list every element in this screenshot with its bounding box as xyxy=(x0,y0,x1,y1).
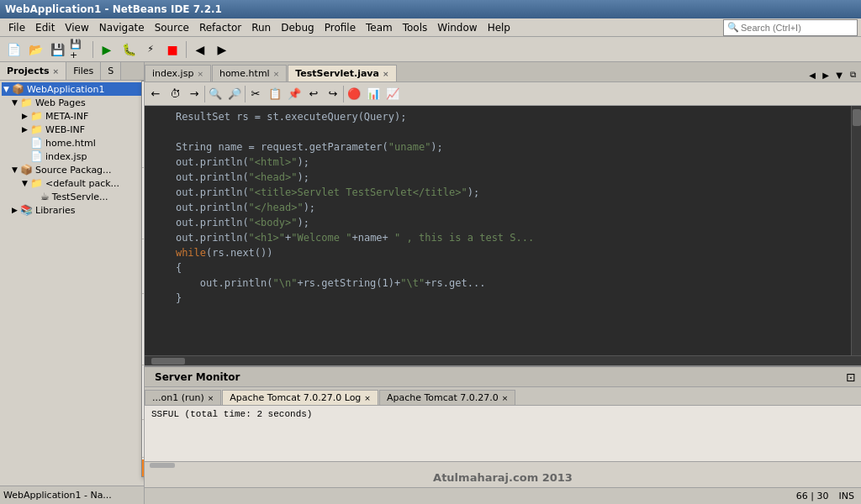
code-editor[interactable]: ResultSet rs = st.executeQuery(Query); S… xyxy=(145,106,851,355)
save-button[interactable]: 💾 xyxy=(47,40,67,59)
close-indexjsp[interactable]: × xyxy=(197,70,203,78)
ed-zoom-in[interactable]: 🔍 xyxy=(206,85,224,103)
left-status-text: WebApplication1 - Na... xyxy=(3,490,112,501)
profile-button[interactable]: ⚡ xyxy=(140,40,161,59)
ctx-properties[interactable]: Properties ↗ xyxy=(142,459,145,476)
close-tomcat-log-tab[interactable]: × xyxy=(364,394,371,402)
new-file-button[interactable]: 📄 xyxy=(3,40,24,59)
ctx-versioning[interactable]: Versioning ▶ xyxy=(142,422,145,438)
menu-tools[interactable]: Tools xyxy=(398,20,433,35)
code-line-3: String name = request.getParameter("unam… xyxy=(151,139,844,155)
output-hscrollbar[interactable] xyxy=(145,461,861,468)
project-tree[interactable]: ▼ 📦 WebApplication1 ▼ 📁 Web Pages ▶ 📁 ME… xyxy=(0,81,144,486)
output-text: SSFUL (total time: 2 seconds) xyxy=(151,409,312,419)
back-button[interactable]: ◀ xyxy=(190,40,210,59)
bottom-panel-close[interactable]: ⊡ xyxy=(846,370,861,384)
ed-back[interactable]: ← xyxy=(146,85,165,103)
ed-zoom-out[interactable]: 🔎 xyxy=(225,85,244,103)
menu-profile[interactable]: Profile xyxy=(320,20,361,35)
tab-nav-left[interactable]: ◀ xyxy=(806,68,819,81)
debug-button[interactable]: 🐛 xyxy=(119,40,139,59)
tree-root[interactable]: ▼ 📦 WebApplication1 xyxy=(2,82,142,96)
ed-toggle-bp[interactable]: 🔴 xyxy=(345,85,363,103)
output-scrollbar-thumb[interactable] xyxy=(150,463,175,468)
search-input[interactable] xyxy=(741,23,842,33)
ed-history[interactable]: ⏱ xyxy=(166,85,184,103)
tab-projects[interactable]: Projects × xyxy=(0,62,66,80)
html-icon: 📄 xyxy=(30,137,43,149)
editor-toolbar: ← ⏱ → 🔍 🔎 ✂ 📋 📌 ↩ ↪ 🔴 📊 📈 xyxy=(145,82,861,106)
code-line-12: out.println("\n"+rs.getString(1)+"\t"+rs… xyxy=(151,276,844,291)
run-button[interactable]: ▶ xyxy=(97,40,117,59)
tab-testservlet[interactable]: TestServlet.java × xyxy=(288,65,396,81)
code-line-9: out.println("<h1>"+"Welcome "+name+ " , … xyxy=(151,230,844,245)
tree-sourcepkg[interactable]: ▼ 📦 Source Packag... xyxy=(2,163,142,176)
menu-window[interactable]: Window xyxy=(432,20,482,35)
ed-redo[interactable]: ↪ xyxy=(324,85,342,103)
tree-webinf[interactable]: ▶ 📁 WEB-INF xyxy=(2,123,142,136)
ed-forward[interactable]: → xyxy=(185,85,203,103)
srcpkg-icon: 📦 xyxy=(20,164,33,176)
close-run-tab[interactable]: × xyxy=(208,394,214,402)
menu-file[interactable]: File xyxy=(3,20,30,35)
menu-debug[interactable]: Debug xyxy=(276,20,319,35)
output-tab-tomcat-log[interactable]: Apache Tomcat 7.0.27.0 Log × xyxy=(222,390,378,405)
scrollbar-thumb[interactable] xyxy=(853,109,861,126)
tree-indexjsp[interactable]: 📄 index.jsp xyxy=(2,150,142,163)
save-all-button[interactable]: 💾+ xyxy=(69,40,89,59)
menu-run[interactable]: Run xyxy=(246,20,276,35)
tab-files[interactable]: Files xyxy=(66,62,101,80)
ed-copy[interactable]: 📋 xyxy=(266,85,284,103)
stop-button[interactable]: ■ xyxy=(162,40,182,59)
ed-paste[interactable]: 📌 xyxy=(285,85,304,103)
tree-webpages[interactable]: ▼ 📁 Web Pages xyxy=(2,96,142,109)
editor-scrollbar[interactable] xyxy=(851,106,861,355)
menu-team[interactable]: Team xyxy=(361,20,398,35)
menu-help[interactable]: Help xyxy=(483,20,515,35)
tree-webpages-label: Web Pages xyxy=(35,97,86,108)
output-tab-tomcat[interactable]: Apache Tomcat 7.0.27.0 × xyxy=(379,390,515,405)
bottom-panel: Server Monitor ⊡ ...on1 (run) × Apache T… xyxy=(145,365,861,487)
tab-nav-menu[interactable]: ▼ xyxy=(832,68,846,81)
output-tab-run[interactable]: ...on1 (run) × xyxy=(145,390,221,405)
arrow-defaultpkg: ▼ xyxy=(22,179,30,187)
tree-libraries[interactable]: ▶ 📚 Libraries xyxy=(2,203,142,217)
search-box[interactable]: 🔍 xyxy=(723,19,858,36)
menu-view[interactable]: View xyxy=(60,20,93,35)
java-icon: ☕ xyxy=(40,191,50,202)
ctx-find[interactable]: Find... xyxy=(142,384,145,401)
tab-indexjsp[interactable]: index.jsp × xyxy=(145,65,211,81)
ctx-history[interactable]: History ▶ xyxy=(142,438,145,455)
close-projects-tab[interactable]: × xyxy=(53,67,60,76)
ed-more1[interactable]: 📊 xyxy=(364,85,383,103)
ctx-inspect[interactable]: Inspect and Transform... xyxy=(142,401,145,417)
ed-more2[interactable]: 📈 xyxy=(383,85,402,103)
ed-undo[interactable]: ↩ xyxy=(304,85,323,103)
tree-defaultpkg[interactable]: ▼ 📁 <default pack... xyxy=(2,176,142,190)
tree-indexjsp-label: index.jsp xyxy=(45,151,87,162)
restore-window[interactable]: ⧉ xyxy=(846,68,859,81)
editor-hscrollbar[interactable] xyxy=(145,355,861,365)
output-tabs: ...on1 (run) × Apache Tomcat 7.0.27.0 Lo… xyxy=(145,387,861,406)
forward-button[interactable]: ▶ xyxy=(212,40,232,59)
tree-homehtml[interactable]: 📄 home.html xyxy=(2,136,142,150)
menu-edit[interactable]: Edit xyxy=(30,20,60,35)
tree-testservlet[interactable]: ☕ TestServle... xyxy=(2,190,142,203)
hscrollbar-thumb[interactable] xyxy=(151,358,185,365)
close-tomcat-tab[interactable]: × xyxy=(502,394,509,402)
folder-icon: 📁 xyxy=(20,97,33,108)
output-area[interactable]: SSFUL (total time: 2 seconds) xyxy=(145,406,861,461)
tree-metainf[interactable]: ▶ 📁 META-INF xyxy=(2,109,142,123)
menu-refactor[interactable]: Refactor xyxy=(194,20,246,35)
tab-nav-right[interactable]: ▶ xyxy=(819,68,832,81)
tab-s[interactable]: S xyxy=(101,62,121,80)
open-button[interactable]: 📂 xyxy=(25,40,45,59)
tab-homehtml[interactable]: home.html × xyxy=(212,65,287,81)
ctx-delete[interactable]: Delete Ctrl+F xyxy=(142,367,145,384)
menu-navigate[interactable]: Navigate xyxy=(94,20,150,35)
close-homehtml[interactable]: × xyxy=(273,70,280,78)
ctx-new[interactable]: New ▶ xyxy=(142,81,145,98)
menu-source[interactable]: Source xyxy=(150,20,194,35)
close-testservlet[interactable]: × xyxy=(383,70,389,78)
ed-cut[interactable]: ✂ xyxy=(246,85,265,103)
